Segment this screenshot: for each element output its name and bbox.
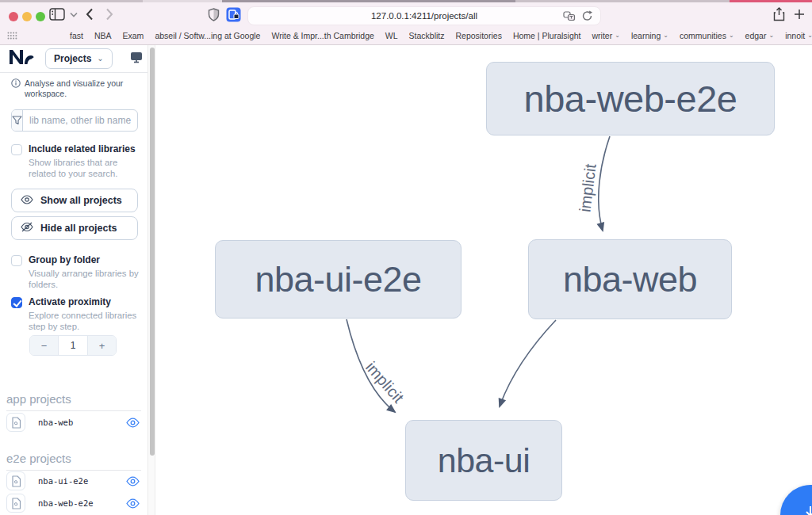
bookmark-item[interactable]: Stackblitz⌄ xyxy=(409,31,445,40)
include-related-row: Include related libraries Show libraries… xyxy=(11,143,138,179)
graph-node-nba-web-e2e[interactable]: nba-web-e2e xyxy=(486,62,775,135)
favorites-grid-icon[interactable] xyxy=(7,29,17,43)
include-related-checkbox[interactable] xyxy=(11,144,22,155)
chevron-down-icon: ⌄ xyxy=(615,32,620,39)
eye-icon[interactable] xyxy=(126,498,140,509)
project-doc-icon[interactable] xyxy=(6,494,25,513)
workspace-tagline: Analyse and visualize your workspace. xyxy=(11,78,143,99)
browser-toolbar: 127.0.0.1:4211/projects/all xyxy=(0,2,812,27)
project-name[interactable]: nba-web xyxy=(38,418,73,427)
group-by-folder-checkbox[interactable] xyxy=(11,255,22,266)
eye-icon[interactable] xyxy=(126,476,140,486)
activate-proximity-desc: Explore connected libraries step by step… xyxy=(29,310,146,332)
chevron-down-icon: ⌄ xyxy=(729,32,734,39)
download-graph-button[interactable] xyxy=(780,485,812,515)
back-button[interactable] xyxy=(86,5,94,24)
bookmark-item[interactable]: writer⌄ xyxy=(592,31,620,40)
sidebar-chevron-icon[interactable] xyxy=(70,5,78,24)
chevron-down-icon: ⌄ xyxy=(97,54,103,63)
bookmark-item[interactable]: communities⌄ xyxy=(680,31,734,40)
project-row-nba-web: nba-web xyxy=(6,413,143,432)
edge-nba-ui-e2e-to-nba-ui xyxy=(347,319,395,412)
bookmark-item[interactable]: Exam⌄ xyxy=(123,31,144,40)
project-doc-icon[interactable] xyxy=(6,413,25,432)
eye-icon[interactable] xyxy=(126,418,140,428)
graph-node-nba-ui-e2e[interactable]: nba-ui-e2e xyxy=(215,240,462,319)
bookmark-item[interactable]: edgar⌄ xyxy=(745,31,775,40)
edge-label-implicit: implicit xyxy=(576,162,599,213)
privacy-shield-icon[interactable] xyxy=(208,5,220,24)
url-text: 127.0.0.1:4211/projects/all xyxy=(371,11,477,21)
sidebar-scrollbar xyxy=(147,45,155,515)
include-related-label[interactable]: Include related libraries xyxy=(29,143,138,154)
bookmark-item[interactable]: innoit⌄ xyxy=(785,31,812,40)
share-icon[interactable] xyxy=(773,5,785,24)
bookmark-item[interactable]: NBA⌄ xyxy=(94,31,112,40)
proximity-stepper: − 1 + xyxy=(29,335,117,356)
stepper-decrement-button[interactable]: − xyxy=(30,336,58,355)
download-icon xyxy=(802,505,812,515)
sidebar-toggle-icon[interactable] xyxy=(49,5,65,24)
include-related-desc: Show libraries that are related to your … xyxy=(29,157,146,179)
edge-label-implicit: implicit xyxy=(362,358,408,406)
sidebar-header: Projects ⌄ xyxy=(0,45,147,72)
project-row-nba-ui-e2e: nba-ui-e2e xyxy=(6,471,143,490)
eye-off-icon xyxy=(21,222,33,235)
address-bar[interactable]: 127.0.0.1:4211/projects/all xyxy=(247,6,601,25)
chevron-down-icon: ⌄ xyxy=(807,32,812,39)
page-content: Projects ⌄ Analyse and visualize your wo… xyxy=(0,45,812,515)
activate-proximity-label[interactable]: Activate proximity xyxy=(29,296,138,307)
bookmark-item[interactable]: learning⌄ xyxy=(631,31,668,40)
graph-node-nba-ui[interactable]: nba-ui xyxy=(405,420,562,501)
project-name[interactable]: nba-ui-e2e xyxy=(38,476,88,486)
activate-proximity-checkbox[interactable] xyxy=(11,297,22,308)
hide-all-projects-button[interactable]: Hide all projects xyxy=(11,216,138,240)
show-all-projects-button[interactable]: Show all projects xyxy=(11,189,138,212)
group-by-folder-row: Group by folder Visually arrange librari… xyxy=(11,254,138,290)
group-by-folder-label[interactable]: Group by folder xyxy=(29,254,138,265)
funnel-icon xyxy=(12,110,23,131)
projects-dropdown-button[interactable]: Projects ⌄ xyxy=(45,48,113,69)
translate-icon[interactable] xyxy=(563,11,576,23)
forward-button[interactable] xyxy=(105,5,113,24)
bookmark-item[interactable]: WL⌄ xyxy=(385,31,398,40)
sidebar: Projects ⌄ Analyse and visualize your wo… xyxy=(0,45,147,515)
section-title-e2e-projects: e2e projects xyxy=(6,452,141,471)
divider xyxy=(0,72,147,73)
project-doc-icon[interactable] xyxy=(6,471,25,490)
minimize-window-button[interactable] xyxy=(22,12,32,21)
project-row-nba-web-e2e: nba-web-e2e xyxy=(6,494,143,513)
graph-node-nba-web[interactable]: nba-web xyxy=(528,239,732,319)
bookmark-item[interactable]: Home | Pluralsight⌄ xyxy=(513,31,581,40)
sidebar-scrollbar-thumb[interactable] xyxy=(150,48,155,456)
info-icon xyxy=(11,78,21,99)
extension-lock-icon[interactable] xyxy=(226,5,241,24)
filter-box xyxy=(11,109,138,132)
stepper-value: 1 xyxy=(58,336,88,355)
lib-filter-input[interactable] xyxy=(23,110,138,131)
bookmark-item[interactable]: Write & Impr...th Cambridge⌄ xyxy=(271,31,373,40)
project-name[interactable]: nba-web-e2e xyxy=(38,498,94,508)
reload-icon[interactable] xyxy=(582,10,592,23)
bookmarks-bar: fast⌄ NBA⌄ Exam⌄ abseil / Softw...ing at… xyxy=(0,27,812,45)
chevron-down-icon: ⌄ xyxy=(663,32,668,39)
close-window-button[interactable] xyxy=(9,12,18,21)
bookmarks-list: fast⌄ NBA⌄ Exam⌄ abseil / Softw...ing at… xyxy=(70,31,812,40)
theme-monitor-icon[interactable] xyxy=(130,52,143,67)
bookmark-item[interactable]: fast⌄ xyxy=(70,31,83,40)
new-tab-icon[interactable] xyxy=(794,5,805,24)
zoom-window-button[interactable] xyxy=(36,12,45,21)
section-title-app-projects: app projects xyxy=(6,392,141,411)
nx-logo xyxy=(7,48,34,70)
bookmark-item[interactable]: Repositories⌄ xyxy=(456,31,502,40)
stepper-increment-button[interactable]: + xyxy=(88,336,116,355)
bookmark-item[interactable]: abseil / Softw...ing at Google⌄ xyxy=(155,31,260,40)
chevron-down-icon: ⌄ xyxy=(768,32,774,39)
dependency-graph-canvas[interactable]: implicit implicit nba-web-e2e nba-ui-e2e… xyxy=(155,45,812,515)
edge-nba-web-e2e-to-nba-web xyxy=(599,136,610,231)
eye-icon xyxy=(21,195,33,207)
group-by-folder-desc: Visually arrange libraries by folders. xyxy=(29,268,146,290)
edge-nba-web-to-nba-ui xyxy=(500,320,556,406)
activate-proximity-row: Activate proximity Explore connected lib… xyxy=(11,296,138,332)
